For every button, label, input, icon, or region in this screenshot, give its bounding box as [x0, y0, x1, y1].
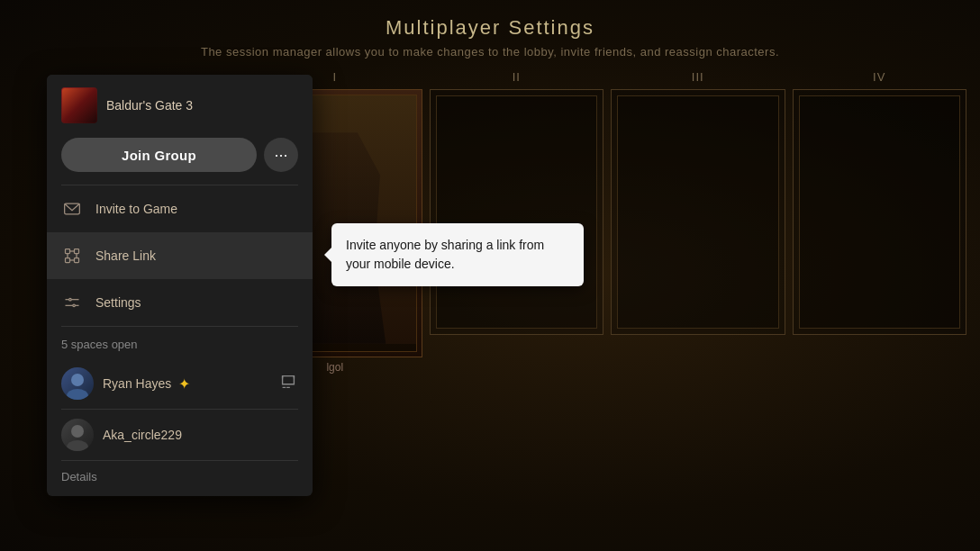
invite-game-icon: [61, 198, 83, 220]
svg-point-16: [67, 389, 88, 400]
player-row-2[interactable]: Aka_circle229: [47, 410, 313, 460]
ps-plus-icon-1: ✦: [178, 375, 190, 393]
tooltip-text: Invite anyone by sharing a link from you…: [346, 238, 544, 271]
player-slot-3: III: [611, 70, 785, 374]
svg-point-20: [67, 440, 88, 451]
page-subtitle: The session manager allows you to make c…: [0, 45, 980, 59]
player-slot-4: IV: [793, 70, 967, 374]
share-link-label: Share Link: [95, 248, 156, 263]
details-label[interactable]: Details: [47, 461, 313, 496]
slots-container: I lgol II III IV: [248, 70, 966, 374]
share-link-icon: [61, 245, 83, 266]
action-row: Join Group ···: [47, 134, 313, 185]
invite-game-label: Invite to Game: [95, 202, 177, 216]
settings-label: Settings: [95, 295, 141, 310]
svg-rect-1: [66, 249, 70, 254]
player-name-1: Ryan Hayes ✦: [103, 375, 269, 393]
player-avatar-1: [61, 367, 94, 400]
svg-point-14: [73, 304, 76, 307]
player-invite-icon-1[interactable]: [278, 372, 298, 396]
page-title: Multiplayer Settings: [0, 16, 980, 40]
player-name-2: Aka_circle229: [103, 428, 298, 442]
game-title: Baldur's Gate 3: [106, 98, 193, 113]
more-dots-icon: ···: [274, 146, 287, 165]
player-name-text-2: Aka_circle229: [103, 428, 182, 442]
slot-box-4: [793, 89, 967, 335]
svg-point-15: [71, 374, 84, 386]
slot-label-1: I: [332, 70, 337, 84]
svg-point-11: [69, 298, 72, 301]
player-name-text-1: Ryan Hayes: [103, 376, 171, 391]
svg-rect-3: [66, 258, 70, 263]
slot-box-2: [430, 89, 604, 335]
more-options-button[interactable]: ···: [264, 138, 298, 172]
player-avatar-2: [61, 419, 94, 451]
settings-icon: [61, 292, 83, 313]
character-display-name: lgol: [326, 361, 343, 374]
player-row-1[interactable]: Ryan Hayes ✦: [47, 358, 313, 409]
slot-label-4: IV: [873, 70, 885, 84]
slot-label-3: III: [692, 70, 704, 84]
share-link-tooltip: Invite anyone by sharing a link from you…: [331, 223, 584, 286]
slot-box-2-inner: [436, 95, 598, 329]
game-icon: [61, 87, 97, 123]
game-header: Baldur's Gate 3: [47, 75, 313, 134]
slot-box-3: [611, 89, 785, 335]
slot-label-2: II: [513, 70, 521, 84]
dropdown-panel: Baldur's Gate 3 Join Group ··· Invite to…: [47, 75, 313, 496]
svg-rect-4: [75, 258, 79, 263]
page-title-area: Multiplayer Settings The session manager…: [0, 16, 980, 59]
slot-box-3-inner: [617, 95, 779, 329]
slot-box-4-inner: [799, 95, 961, 329]
join-group-button[interactable]: Join Group: [61, 138, 257, 172]
game-icon-inner: [62, 88, 96, 122]
menu-item-invite[interactable]: Invite to Game: [47, 185, 313, 232]
svg-rect-2: [75, 249, 79, 254]
menu-item-share[interactable]: Share Link: [47, 232, 313, 279]
svg-point-19: [71, 425, 84, 438]
spaces-label: 5 spaces open: [47, 327, 313, 358]
player-slot-2: II: [430, 70, 604, 374]
menu-item-settings[interactable]: Settings: [47, 279, 313, 326]
